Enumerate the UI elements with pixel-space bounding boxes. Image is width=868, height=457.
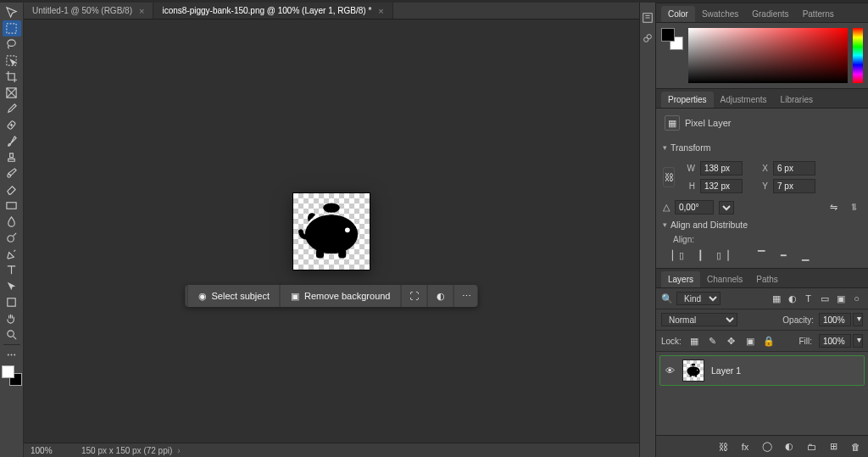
marquee-tool[interactable] [3,20,21,36]
align-section-header[interactable]: ▾Align and Distribute [663,220,861,230]
history-brush-tool[interactable] [3,165,21,181]
lock-transparency-icon[interactable]: ▦ [688,335,700,347]
height-field[interactable] [700,179,743,193]
tab-libraries[interactable]: Libraries [774,92,820,108]
transform-section-header[interactable]: ▾Transform [663,142,861,153]
canvas[interactable]: ◉Select subject ▣Remove background ⛶ ◐ ⋯ [24,20,639,443]
path-select-tool[interactable] [3,278,21,294]
lock-all-icon[interactable]: 🔒 [763,335,775,347]
remove-background-button[interactable]: ▣Remove background [282,286,399,307]
filter-shape-icon[interactable]: ▭ [818,293,831,305]
gradient-tool[interactable] [3,198,21,214]
angle-field[interactable] [675,200,714,215]
zoom-tool[interactable] [3,326,21,343]
document-tab[interactable]: icons8-piggy-bank-150.png @ 100% (Layer … [153,3,392,19]
tab-patterns[interactable]: Patterns [796,6,841,22]
fill-drop-icon[interactable]: ▾ [853,334,863,348]
layer-thumbnail[interactable] [682,359,704,382]
new-layer-icon[interactable]: ⊞ [827,441,839,452]
tab-channels[interactable]: Channels [700,271,749,287]
close-icon[interactable]: × [378,6,383,16]
hue-slider[interactable] [853,28,863,83]
x-field[interactable] [773,161,815,176]
foreground-background-colors[interactable] [2,365,22,386]
artboard[interactable] [293,193,370,270]
shape-tool[interactable] [3,294,21,310]
frame-tool[interactable] [3,85,21,101]
align-left-icon[interactable]: ▏▯ [671,249,685,261]
eyedropper-tool[interactable] [3,101,21,117]
align-right-icon[interactable]: ▯▕ [715,249,729,261]
tab-properties[interactable]: Properties [661,92,714,108]
right-panels: Color Swatches Gradients Patterns Proper… [656,3,868,457]
align-center-v-icon[interactable]: ━ [776,249,790,261]
collapsed-panel-icon[interactable] [640,31,655,46]
filter-adjustment-icon[interactable]: ◐ [786,293,798,305]
tab-gradients[interactable]: Gradients [745,6,795,22]
align-top-icon[interactable]: ▔ [754,249,768,261]
lock-position-icon[interactable]: ✥ [726,335,737,347]
y-field[interactable] [773,179,815,193]
layer-filter-kind[interactable]: Kind [676,292,721,305]
edit-toolbar-button[interactable] [3,347,21,363]
opacity-drop-icon[interactable]: ▾ [853,313,863,326]
tab-layers[interactable]: Layers [661,271,700,287]
delete-layer-icon[interactable]: 🗑 [849,442,861,452]
svg-rect-0 [7,24,16,33]
transform-icon[interactable]: ⛶ [403,291,426,301]
align-center-h-icon[interactable]: ┃ [693,249,707,261]
adjust-icon[interactable]: ◐ [430,291,452,302]
document-tab[interactable]: Untitled-1 @ 50% (RGB/8)× [24,3,153,19]
group-icon[interactable]: 🗀 [805,442,817,452]
align-bottom-icon[interactable]: ▁ [798,249,812,261]
collapsed-panel-icon[interactable] [640,10,655,25]
chevron-right-icon[interactable]: › [177,446,180,455]
brush-tool[interactable] [3,133,21,149]
filter-pixel-icon[interactable]: ▦ [770,293,782,305]
filter-toggle-icon[interactable]: ○ [850,293,863,305]
fill-field[interactable] [819,334,851,348]
healing-tool[interactable] [3,117,21,133]
flip-vertical-icon[interactable]: ⥮ [846,202,861,213]
flip-horizontal-icon[interactable]: ⇋ [826,202,841,213]
status-bar: 100% 150 px x 150 px (72 ppi) › [24,443,639,457]
type-tool[interactable] [3,262,21,278]
crop-tool[interactable] [3,69,21,85]
blend-mode-select[interactable]: Normal [661,313,737,326]
width-field[interactable] [700,161,743,176]
foreground-background-colors[interactable] [661,28,683,50]
tab-color[interactable]: Color [661,6,695,22]
filter-type-icon[interactable]: T [802,293,815,305]
opacity-field[interactable] [819,313,851,326]
tab-paths[interactable]: Paths [749,271,785,287]
filter-smart-icon[interactable]: ▣ [834,293,847,305]
visibility-eye-icon[interactable]: 👁 [665,365,677,376]
mask-icon[interactable]: ◯ [761,441,773,452]
pen-tool[interactable] [3,246,21,262]
link-dimensions-icon[interactable]: ⛓ [663,167,675,187]
layer-row[interactable]: 👁 Layer 1 [659,355,865,386]
angle-dropdown[interactable] [719,201,734,215]
saturation-brightness-picker[interactable] [688,28,848,83]
stamp-tool[interactable] [3,149,21,165]
blur-tool[interactable] [3,214,21,230]
lock-artboard-icon[interactable]: ▣ [744,335,756,347]
eraser-tool[interactable] [3,181,21,198]
more-icon[interactable]: ⋯ [456,291,478,302]
fx-icon[interactable]: fx [739,442,751,452]
tab-swatches[interactable]: Swatches [695,6,745,22]
move-tool[interactable] [3,4,21,20]
select-subject-button[interactable]: ◉Select subject [190,286,278,307]
tab-adjustments[interactable]: Adjustments [714,92,774,108]
pixel-layer-icon: ▦ [665,115,680,131]
link-layers-icon[interactable]: ⛓ [717,442,729,452]
layer-name[interactable]: Layer 1 [711,365,741,376]
adjustment-layer-icon[interactable]: ◐ [783,441,795,452]
zoom-level[interactable]: 100% [31,446,70,455]
lasso-tool[interactable] [3,36,21,53]
lock-pixels-icon[interactable]: ✎ [707,335,719,347]
object-select-tool[interactable] [3,53,21,69]
dodge-tool[interactable] [3,230,21,246]
hand-tool[interactable] [3,310,21,326]
close-icon[interactable]: × [139,6,144,16]
